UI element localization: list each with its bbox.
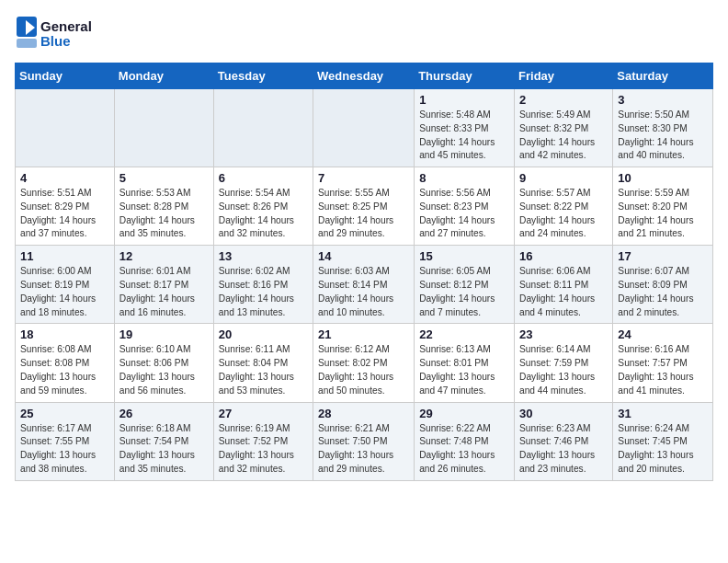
calendar-cell: 7Sunrise: 5:55 AMSunset: 8:25 PMDaylight… [313, 167, 415, 246]
day-info: Sunrise: 5:57 AMSunset: 8:22 PMDaylight:… [519, 187, 608, 241]
calendar-cell: 20Sunrise: 6:11 AMSunset: 8:04 PMDayligh… [213, 324, 313, 402]
day-number: 9 [519, 171, 608, 185]
calendar-cell: 5Sunrise: 5:53 AMSunset: 8:28 PMDaylight… [114, 167, 213, 246]
svg-text:Blue: Blue [40, 33, 71, 49]
day-number: 30 [519, 407, 608, 420]
calendar-cell: 24Sunrise: 6:16 AMSunset: 7:57 PMDayligh… [613, 324, 713, 402]
day-info: Sunrise: 6:24 AMSunset: 7:45 PMDaylight:… [618, 422, 708, 477]
calendar-cell: 30Sunrise: 6:23 AMSunset: 7:46 PMDayligh… [515, 402, 613, 480]
day-number: 3 [618, 93, 708, 107]
calendar-cell: 16Sunrise: 6:06 AMSunset: 8:11 PMDayligh… [515, 246, 613, 324]
calendar-cell: 3Sunrise: 5:50 AMSunset: 8:30 PMDaylight… [613, 89, 713, 167]
calendar-cell: 8Sunrise: 5:56 AMSunset: 8:23 PMDaylight… [415, 167, 515, 246]
day-info: Sunrise: 6:23 AMSunset: 7:46 PMDaylight:… [519, 422, 608, 477]
day-number: 8 [419, 171, 509, 185]
calendar-cell: 2Sunrise: 5:49 AMSunset: 8:32 PMDaylight… [515, 89, 613, 167]
calendar-cell: 12Sunrise: 6:01 AMSunset: 8:17 PMDayligh… [114, 246, 213, 324]
day-info: Sunrise: 6:17 AMSunset: 7:55 PMDaylight:… [20, 422, 109, 477]
calendar-cell: 28Sunrise: 6:21 AMSunset: 7:50 PMDayligh… [313, 402, 415, 480]
calendar-cell: 14Sunrise: 6:03 AMSunset: 8:14 PMDayligh… [313, 246, 415, 324]
day-number: 27 [219, 407, 308, 420]
day-number: 29 [419, 407, 509, 420]
day-number: 14 [318, 249, 409, 263]
svg-rect-4 [17, 39, 37, 48]
day-info: Sunrise: 6:21 AMSunset: 7:50 PMDaylight:… [318, 422, 409, 477]
day-info: Sunrise: 6:02 AMSunset: 8:16 PMDaylight:… [219, 265, 308, 319]
day-number: 7 [318, 171, 409, 185]
day-info: Sunrise: 6:00 AMSunset: 8:19 PMDaylight:… [20, 265, 109, 319]
weekday-header-tuesday: Tuesday [213, 63, 313, 89]
day-number: 22 [419, 327, 509, 341]
weekday-header-saturday: Saturday [613, 63, 713, 89]
day-number: 21 [318, 327, 409, 341]
day-info: Sunrise: 6:12 AMSunset: 8:02 PMDaylight:… [318, 343, 409, 397]
day-info: Sunrise: 5:56 AMSunset: 8:23 PMDaylight:… [419, 187, 509, 241]
calendar-week-row: 4Sunrise: 5:51 AMSunset: 8:29 PMDaylight… [16, 167, 713, 246]
day-number: 10 [618, 171, 708, 185]
day-info: Sunrise: 5:59 AMSunset: 8:20 PMDaylight:… [618, 187, 708, 241]
day-number: 25 [20, 407, 109, 420]
calendar-cell: 9Sunrise: 5:57 AMSunset: 8:22 PMDaylight… [515, 167, 613, 246]
day-info: Sunrise: 5:55 AMSunset: 8:25 PMDaylight:… [318, 187, 409, 241]
day-info: Sunrise: 5:54 AMSunset: 8:26 PMDaylight:… [219, 187, 308, 241]
day-number: 11 [20, 249, 109, 263]
header: General Blue [15, 15, 713, 52]
calendar-week-row: 25Sunrise: 6:17 AMSunset: 7:55 PMDayligh… [16, 402, 713, 480]
calendar-cell: 6Sunrise: 5:54 AMSunset: 8:26 PMDaylight… [213, 167, 313, 246]
calendar-week-row: 1Sunrise: 5:48 AMSunset: 8:33 PMDaylight… [16, 89, 713, 167]
calendar-cell: 29Sunrise: 6:22 AMSunset: 7:48 PMDayligh… [415, 402, 515, 480]
day-info: Sunrise: 6:10 AMSunset: 8:06 PMDaylight:… [119, 343, 209, 397]
calendar-cell: 17Sunrise: 6:07 AMSunset: 8:09 PMDayligh… [613, 246, 713, 324]
calendar-cell: 22Sunrise: 6:13 AMSunset: 8:01 PMDayligh… [415, 324, 515, 402]
calendar-cell: 19Sunrise: 6:10 AMSunset: 8:06 PMDayligh… [114, 324, 213, 402]
day-info: Sunrise: 5:53 AMSunset: 8:28 PMDaylight:… [119, 187, 209, 241]
calendar-cell: 4Sunrise: 5:51 AMSunset: 8:29 PMDaylight… [16, 167, 115, 246]
weekday-header-wednesday: Wednesday [313, 63, 415, 89]
day-info: Sunrise: 6:13 AMSunset: 8:01 PMDaylight:… [419, 343, 509, 397]
calendar-week-row: 11Sunrise: 6:00 AMSunset: 8:19 PMDayligh… [16, 246, 713, 324]
calendar-cell [16, 89, 115, 167]
calendar-cell: 23Sunrise: 6:14 AMSunset: 7:59 PMDayligh… [515, 324, 613, 402]
day-info: Sunrise: 6:11 AMSunset: 8:04 PMDaylight:… [219, 343, 308, 397]
day-info: Sunrise: 5:51 AMSunset: 8:29 PMDaylight:… [20, 187, 109, 241]
svg-text:General: General [40, 18, 92, 34]
day-info: Sunrise: 6:14 AMSunset: 7:59 PMDaylight:… [519, 343, 608, 397]
calendar-cell: 18Sunrise: 6:08 AMSunset: 8:08 PMDayligh… [16, 324, 115, 402]
weekday-header-sunday: Sunday [16, 63, 115, 89]
day-number: 28 [318, 407, 409, 420]
day-info: Sunrise: 6:16 AMSunset: 7:57 PMDaylight:… [618, 343, 708, 397]
calendar-cell: 11Sunrise: 6:00 AMSunset: 8:19 PMDayligh… [16, 246, 115, 324]
day-number: 19 [119, 327, 209, 341]
weekday-header-friday: Friday [515, 63, 613, 89]
calendar-cell: 15Sunrise: 6:05 AMSunset: 8:12 PMDayligh… [415, 246, 515, 324]
day-info: Sunrise: 5:50 AMSunset: 8:30 PMDaylight:… [618, 109, 708, 163]
calendar-cell: 10Sunrise: 5:59 AMSunset: 8:20 PMDayligh… [613, 167, 713, 246]
weekday-header-thursday: Thursday [415, 63, 515, 89]
day-number: 2 [519, 93, 608, 107]
logo: General Blue [15, 15, 97, 52]
calendar-cell [114, 89, 213, 167]
calendar-cell: 27Sunrise: 6:19 AMSunset: 7:52 PMDayligh… [213, 402, 313, 480]
day-info: Sunrise: 6:08 AMSunset: 8:08 PMDaylight:… [20, 343, 109, 397]
day-number: 23 [519, 327, 608, 341]
calendar-cell [313, 89, 415, 167]
day-info: Sunrise: 6:18 AMSunset: 7:54 PMDaylight:… [119, 422, 209, 477]
day-number: 31 [618, 407, 708, 420]
day-number: 1 [419, 93, 509, 107]
day-info: Sunrise: 6:19 AMSunset: 7:52 PMDaylight:… [219, 422, 308, 477]
calendar-cell [213, 89, 313, 167]
calendar-cell: 1Sunrise: 5:48 AMSunset: 8:33 PMDaylight… [415, 89, 515, 167]
weekday-header-monday: Monday [114, 63, 213, 89]
day-number: 16 [519, 249, 608, 263]
day-info: Sunrise: 6:01 AMSunset: 8:17 PMDaylight:… [119, 265, 209, 319]
day-number: 12 [119, 249, 209, 263]
day-info: Sunrise: 5:48 AMSunset: 8:33 PMDaylight:… [419, 109, 509, 163]
day-info: Sunrise: 6:22 AMSunset: 7:48 PMDaylight:… [419, 422, 509, 477]
day-number: 6 [219, 171, 308, 185]
day-info: Sunrise: 5:49 AMSunset: 8:32 PMDaylight:… [519, 109, 608, 163]
calendar-table: SundayMondayTuesdayWednesdayThursdayFrid… [15, 63, 713, 481]
day-number: 5 [119, 171, 209, 185]
calendar-cell: 21Sunrise: 6:12 AMSunset: 8:02 PMDayligh… [313, 324, 415, 402]
calendar-week-row: 18Sunrise: 6:08 AMSunset: 8:08 PMDayligh… [16, 324, 713, 402]
logo-svg: General Blue [15, 15, 97, 52]
